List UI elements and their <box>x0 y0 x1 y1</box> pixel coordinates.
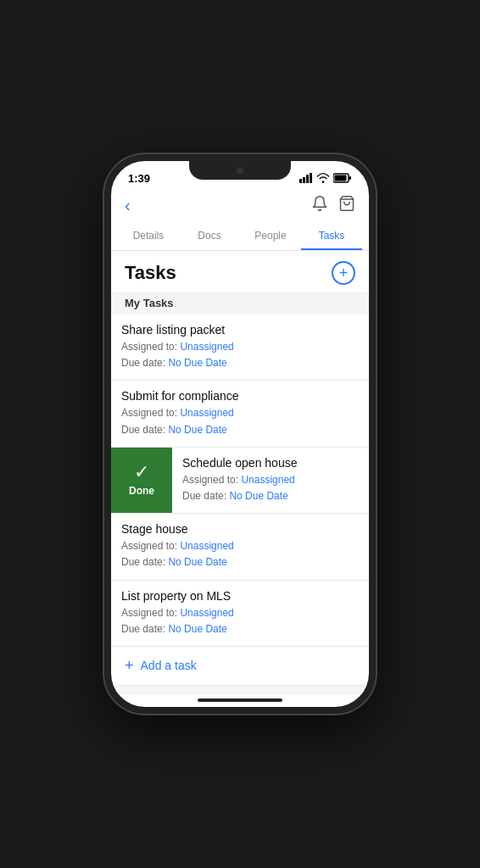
task-title: List property on MLS <box>121 589 359 603</box>
battery-icon <box>333 173 352 183</box>
task-title: Stage house <box>121 522 359 536</box>
status-time: 1:39 <box>128 172 150 185</box>
tab-tasks[interactable]: Tasks <box>301 223 362 250</box>
task-meta: Assigned to: Unassigned Due date: No Due… <box>121 538 359 570</box>
wifi-icon <box>316 173 330 183</box>
done-label: Done <box>129 485 154 497</box>
task-body: List property on MLS Assigned to: Unassi… <box>111 581 369 646</box>
page-title-row: Tasks + <box>111 251 369 292</box>
task-body: Schedule open house Assigned to: Unassig… <box>172 448 369 513</box>
page-title: Tasks <box>125 262 176 284</box>
task-item[interactable]: Submit for compliance Assigned to: Unass… <box>111 381 369 447</box>
checkmark-icon: ✓ <box>134 463 149 481</box>
task-title: Submit for compliance <box>121 389 359 403</box>
notch <box>189 161 291 180</box>
task-meta: Assigned to: Unassigned Due date: No Due… <box>121 605 359 637</box>
tab-details[interactable]: Details <box>118 223 179 250</box>
svg-rect-3 <box>310 173 312 183</box>
svg-rect-6 <box>349 176 352 180</box>
notch-camera <box>237 167 243 174</box>
task-item-done[interactable]: ✓ Done Schedule open house Assigned to: … <box>111 448 369 514</box>
phone-frame: 1:39 ‹ <box>104 154 376 714</box>
task-title: Schedule open house <box>182 456 359 470</box>
task-meta: Assigned to: Unassigned Due date: No Due… <box>121 339 359 371</box>
task-done-badge: ✓ Done <box>111 448 172 513</box>
tab-people[interactable]: People <box>240 223 301 250</box>
task-title: Share listing packet <box>121 323 359 337</box>
bag-icon[interactable] <box>338 195 355 216</box>
add-task-header-button[interactable]: + <box>332 261 355 285</box>
tasks-content: Tasks + My Tasks Share listing packet As… <box>111 251 369 695</box>
svg-rect-0 <box>299 179 302 183</box>
add-task-label: Add a task <box>141 659 197 672</box>
task-item[interactable]: List property on MLS Assigned to: Unassi… <box>111 581 369 647</box>
task-body: Stage house Assigned to: Unassigned Due … <box>111 514 369 579</box>
header-nav: ‹ <box>111 192 369 223</box>
back-button[interactable]: ‹ <box>125 196 131 215</box>
task-item[interactable]: Share listing packet Assigned to: Unassi… <box>111 314 369 381</box>
svg-rect-2 <box>306 175 309 183</box>
task-meta: Assigned to: Unassigned Due date: No Due… <box>121 405 359 437</box>
tab-docs[interactable]: Docs <box>179 223 240 250</box>
show-completed-row[interactable]: Show Completed Tasks <box>111 686 369 695</box>
svg-rect-5 <box>335 175 347 181</box>
status-icons <box>299 173 352 183</box>
task-body: Submit for compliance Assigned to: Unass… <box>111 381 369 446</box>
home-indicator <box>198 698 282 702</box>
add-task-row[interactable]: + Add a task <box>111 647 369 686</box>
bell-icon[interactable] <box>311 195 328 216</box>
my-tasks-section-header: My Tasks <box>111 292 369 314</box>
task-body: Share listing packet Assigned to: Unassi… <box>111 314 369 380</box>
svg-rect-1 <box>303 177 305 183</box>
tabs-bar: Details Docs People Tasks <box>111 223 369 251</box>
task-meta: Assigned to: Unassigned Due date: No Due… <box>182 472 359 504</box>
signal-icon <box>299 173 313 183</box>
header-actions <box>311 195 355 216</box>
task-item[interactable]: Stage house Assigned to: Unassigned Due … <box>111 514 369 580</box>
plus-icon: + <box>125 657 134 675</box>
